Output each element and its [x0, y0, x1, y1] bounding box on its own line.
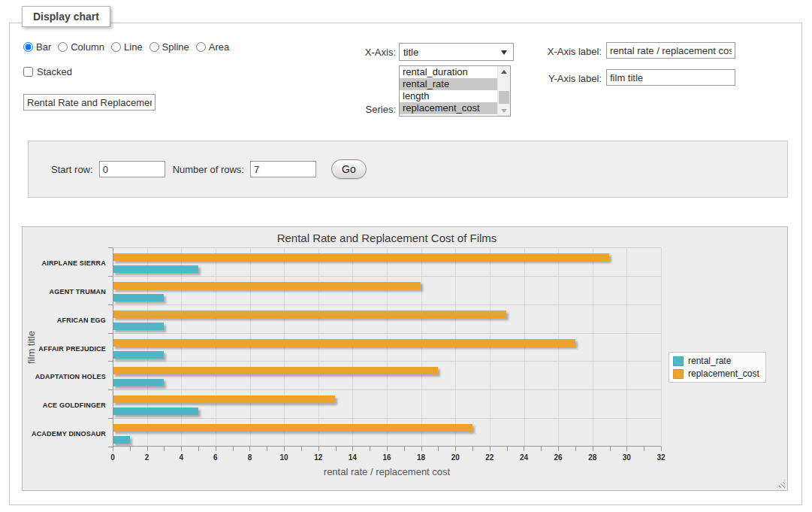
- vertical-gridline: [147, 247, 148, 447]
- category-separator: [113, 389, 661, 390]
- x-tick-label: 8: [248, 453, 252, 462]
- stacked-checkbox[interactable]: [23, 67, 33, 77]
- x-tick-label: 32: [657, 453, 665, 462]
- series-listbox[interactable]: rental_durationrental_ratelengthreplacem…: [399, 65, 511, 117]
- x-tick-label: 22: [485, 453, 494, 462]
- chart-title-input[interactable]: [23, 94, 155, 111]
- bar-replacement_cost: [113, 311, 506, 318]
- series-options: rental_durationrental_ratelengthreplacem…: [400, 66, 497, 116]
- y-category-label: ADAPTATION HOLES: [35, 373, 106, 380]
- bar-rental_rate: [113, 436, 130, 444]
- stacked-option[interactable]: Stacked: [23, 66, 72, 77]
- chart-legend: rental_ratereplacement_cost: [669, 352, 766, 383]
- chart-type-radio-area[interactable]: [196, 42, 206, 52]
- category-separator: [113, 304, 661, 305]
- chart-type-radio-spline[interactable]: [149, 42, 159, 52]
- go-button[interactable]: Go: [331, 159, 367, 179]
- start-row-label: Start row:: [51, 164, 93, 175]
- chevron-down-icon: [501, 50, 507, 55]
- num-rows-label: Number of rows:: [173, 164, 244, 175]
- vertical-gridline: [626, 247, 627, 447]
- bar-replacement_cost: [113, 282, 421, 289]
- y-axis-label-field[interactable]: [606, 69, 735, 86]
- vertical-gridline: [284, 247, 285, 447]
- vertical-gridline: [421, 247, 422, 447]
- vertical-gridline: [455, 247, 456, 447]
- series-option-rental_duration[interactable]: rental_duration: [400, 66, 497, 78]
- legend-item-rental_rate[interactable]: rental_rate: [673, 356, 759, 366]
- display-chart-panel: Display chart BarColumnLineSplineArea St…: [9, 23, 802, 505]
- y-axis-line: [113, 247, 113, 447]
- scrollbar-up-icon[interactable]: [498, 66, 510, 77]
- bar-rental_rate: [113, 407, 198, 415]
- category-separator: [113, 418, 661, 419]
- vertical-gridline: [216, 247, 216, 447]
- legend-item-replacement_cost[interactable]: replacement_cost: [673, 368, 759, 379]
- vertical-gridline: [593, 247, 593, 447]
- bar-replacement_cost: [113, 253, 609, 261]
- chart-type-option-label: Column: [71, 41, 104, 53]
- x-axis-select-value: title: [403, 47, 418, 58]
- scrollbar-track[interactable]: [497, 66, 510, 116]
- vertical-gridline: [352, 247, 353, 447]
- vertical-gridline: [387, 247, 388, 447]
- x-axis-select[interactable]: title: [399, 43, 514, 61]
- category-separator: [113, 276, 661, 277]
- legend-label: replacement_cost: [688, 368, 759, 379]
- chart-type-option-area[interactable]: Area: [196, 41, 229, 53]
- y-category-label: AFRICAN EGG: [57, 317, 106, 324]
- chart-type-option-spline[interactable]: Spline: [149, 41, 189, 53]
- x-axis-label-field[interactable]: [606, 42, 735, 59]
- bar-replacement_cost: [113, 339, 575, 347]
- row-range-panel: Start row: Number of rows: Go: [28, 141, 788, 198]
- vertical-gridline: [490, 247, 491, 447]
- y-axis-labels: AIRPLANE SIERRAAGENT TRUMANAFRICAN EGGAF…: [23, 247, 113, 447]
- x-tick-label: 26: [554, 453, 563, 462]
- y-category-label: ACADEMY DINOSAUR: [32, 430, 106, 438]
- bar-rental_rate: [113, 351, 164, 359]
- chart-type-option-line[interactable]: Line: [111, 41, 143, 53]
- x-tick-label: 2: [145, 453, 149, 462]
- bar-rental_rate: [113, 323, 164, 330]
- x-axis-label-text: X-Axis label:: [534, 46, 602, 57]
- category-separator: [113, 247, 661, 248]
- x-tick-label: 18: [417, 453, 425, 462]
- bar-rental_rate: [113, 294, 164, 301]
- scrollbar-thumb[interactable]: [499, 91, 509, 104]
- category-separator: [113, 361, 661, 362]
- y-category-label: AGENT TRUMAN: [50, 288, 106, 295]
- y-category-label: ACE GOLDFINGER: [43, 401, 106, 409]
- chart-type-option-label: Area: [209, 41, 229, 53]
- y-axis-label-text: Y-Axis label:: [534, 73, 602, 84]
- num-rows-input[interactable]: [250, 161, 316, 177]
- category-separator: [113, 333, 661, 334]
- x-tick-label: 4: [179, 453, 183, 462]
- chart-type-radio-bar[interactable]: [23, 42, 33, 52]
- x-axis-title: rental rate / replacement cost: [113, 466, 661, 477]
- x-tick-label: 12: [314, 453, 322, 462]
- chart-type-option-column[interactable]: Column: [58, 41, 104, 53]
- bar-rental_rate: [113, 379, 164, 386]
- chart-title: Rental Rate and Replacement Cost of Film…: [113, 232, 661, 244]
- bar-replacement_cost: [113, 424, 472, 432]
- x-axis-ticks: [113, 447, 662, 451]
- scrollbar-down-icon[interactable]: [498, 105, 510, 116]
- bar-rental_rate: [113, 265, 198, 273]
- y-category-label: AIRPLANE SIERRA: [41, 259, 106, 267]
- start-row-input[interactable]: [99, 161, 165, 177]
- stacked-label: Stacked: [37, 66, 72, 77]
- x-tick-label: 16: [382, 453, 391, 462]
- x-tick-label: 28: [588, 453, 596, 462]
- series-option-replacement_cost[interactable]: replacement_cost: [400, 102, 497, 114]
- legend-label: rental_rate: [688, 356, 731, 366]
- series-option-rental_rate[interactable]: rental_rate: [400, 78, 497, 90]
- chart-type-option-label: Line: [124, 41, 143, 53]
- x-tick-label: 20: [451, 453, 460, 462]
- series-option-length[interactable]: length: [400, 90, 497, 102]
- chart-type-radio-column[interactable]: [58, 42, 68, 52]
- chart-type-option-bar[interactable]: Bar: [23, 41, 51, 53]
- legend-swatch: [673, 369, 684, 379]
- chart-type-option-label: Bar: [36, 41, 51, 53]
- resize-handle-icon[interactable]: [777, 480, 785, 488]
- chart-type-radio-line[interactable]: [111, 42, 121, 52]
